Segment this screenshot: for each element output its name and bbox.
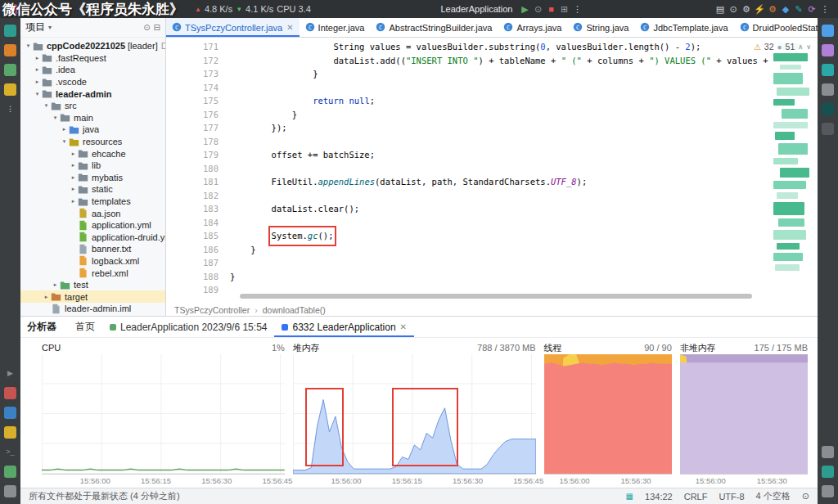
expand-arrow-icon[interactable]: ▸ — [33, 79, 42, 85]
profiler-tab[interactable]: 6332 LeaderApplication✕ — [274, 317, 414, 337]
tree-item[interactable]: banner.txt — [20, 243, 165, 255]
line-number[interactable]: 185 — [166, 229, 230, 243]
tree-item[interactable]: ▸test — [20, 279, 165, 291]
collapse-arrow-icon[interactable]: ▾ — [51, 115, 60, 121]
file-tab[interactable]: CAbstractStringBuilder.java — [370, 18, 498, 37]
tree-item[interactable]: application.yml — [20, 219, 165, 232]
minimap[interactable] — [772, 40, 816, 302]
close-tab-icon[interactable]: ✕ — [400, 322, 407, 331]
line-number[interactable]: 173 — [166, 67, 230, 81]
bookmarks-tool-icon[interactable] — [4, 83, 16, 96]
collapse-arrow-icon[interactable]: ▾ — [33, 91, 42, 97]
profiler-tool-icon[interactable] — [4, 407, 16, 419]
more-run-options-icon[interactable]: ⋮ — [571, 4, 584, 15]
editor-horizontal-scrollbar[interactable] — [240, 294, 752, 299]
tree-item[interactable]: ▸java — [20, 124, 165, 136]
coverage-icon[interactable]: ⊞ — [558, 4, 571, 15]
line-number[interactable]: 189 — [166, 283, 230, 297]
maven-icon[interactable] — [822, 64, 834, 76]
pull-requests-tool-icon[interactable] — [4, 64, 16, 76]
tree-item[interactable]: logback.xml — [20, 255, 165, 268]
tree-item[interactable]: application-druid.yml — [20, 232, 165, 244]
commit-tool-icon[interactable] — [4, 44, 16, 56]
tree-item[interactable]: ▸.vscode — [20, 76, 165, 88]
expand-arrow-icon[interactable]: ▸ — [60, 126, 69, 133]
project-structure-icon[interactable]: ▤ — [714, 4, 727, 15]
caret-position[interactable]: 134:22 — [645, 492, 673, 502]
threads-chart-plot[interactable] — [544, 354, 672, 475]
indent-setting[interactable]: 4 个空格 — [756, 490, 791, 502]
search-everywhere-icon[interactable]: ⊙ — [727, 4, 740, 15]
run-tool-icon[interactable]: ▶ — [4, 367, 16, 380]
line-number[interactable]: 181 — [166, 175, 230, 189]
memory-indicator-icon[interactable]: ▦ — [626, 492, 633, 501]
tree-item[interactable]: ▸templates — [20, 196, 165, 208]
editor[interactable]: ⚠ 32 ● 51 ∧ ∨ 171 String values = values… — [166, 38, 818, 304]
translation-icon[interactable] — [822, 466, 834, 478]
tree-item[interactable]: ▸static — [20, 183, 165, 196]
profiler-tab[interactable]: LeaderApplication 2023/9/6 15:54 — [102, 317, 274, 337]
tree-item[interactable]: ▸ehcache — [20, 147, 165, 160]
tree-item[interactable]: ▾cppCode20221025[leader]D:\code — [20, 40, 165, 52]
code-area[interactable]: 171 String values = valuesBuilder.substr… — [166, 38, 770, 304]
gradle-icon[interactable] — [822, 103, 834, 115]
terminal-tool-icon[interactable]: >_ — [4, 446, 16, 458]
services-tool-icon[interactable] — [4, 485, 16, 497]
line-ending[interactable]: CRLF — [684, 492, 708, 502]
line-number[interactable]: 178 — [166, 135, 230, 149]
debug-icon[interactable]: ⊙ — [532, 4, 545, 15]
line-number[interactable]: 176 — [166, 108, 230, 122]
database-icon[interactable] — [822, 83, 834, 96]
notifications-icon[interactable] — [822, 25, 834, 37]
dependencies-icon[interactable] — [822, 446, 834, 458]
tree-item[interactable]: ▾resources — [20, 136, 165, 148]
collapse-arrow-icon[interactable]: ▾ — [60, 138, 69, 145]
settings-icon[interactable]: ⚙ — [740, 4, 753, 15]
tree-item[interactable]: rebel.xml — [20, 267, 165, 279]
collapse-arrow-icon[interactable]: ▾ — [24, 43, 33, 49]
inspections-widget[interactable]: ⚠ 32 ● 51 ∧ ∨ — [750, 41, 814, 52]
file-tab[interactable]: CInteger.java — [300, 18, 371, 37]
line-number[interactable]: 182 — [166, 189, 230, 203]
tree-item[interactable]: ▸lib — [20, 160, 165, 172]
expand-arrow-icon[interactable]: ▸ — [51, 281, 60, 288]
tree-item[interactable]: ▸.fastRequest — [20, 52, 165, 65]
file-tab[interactable]: CJdbcTemplate.java — [634, 18, 733, 37]
prev-problem-icon[interactable]: ∧ — [798, 43, 803, 51]
profiler-tab[interactable]: 首页 — [68, 317, 102, 337]
expand-arrow-icon[interactable]: ▸ — [69, 151, 78, 157]
close-tab-icon[interactable]: ✕ — [286, 23, 293, 32]
tree-item[interactable]: ▸mybatis — [20, 172, 165, 184]
run-icon[interactable]: ▶ — [519, 4, 532, 15]
line-number[interactable]: 187 — [166, 256, 230, 270]
file-tab[interactable]: CTSysPczyController.java✕ — [166, 18, 300, 37]
more-tool-windows-icon[interactable]: ⋮ — [4, 103, 16, 115]
line-number[interactable]: 188 — [166, 270, 230, 284]
file-tab[interactable]: CDruidPooledStatement.java — [734, 18, 818, 37]
file-encoding[interactable]: UTF-8 — [719, 492, 744, 502]
tree-item[interactable]: aa.json — [20, 207, 165, 219]
lightning-icon[interactable]: ⚡ — [753, 4, 766, 15]
next-problem-icon[interactable]: ∨ — [806, 43, 811, 51]
tree-item[interactable]: ▾src — [20, 100, 165, 112]
line-number[interactable]: 172 — [166, 54, 230, 68]
problems-tool-icon[interactable] — [4, 426, 16, 439]
line-number[interactable]: 171 — [166, 40, 230, 54]
stop-icon[interactable]: ■ — [545, 4, 558, 14]
tree-item[interactable]: ▾leader-admin — [20, 88, 165, 100]
heap-chart-plot[interactable] — [293, 354, 536, 475]
tree-item[interactable]: ▾main — [20, 112, 165, 124]
git-tool-icon[interactable] — [4, 466, 16, 478]
line-number[interactable]: 183 — [166, 202, 230, 216]
chevron-down-icon[interactable]: ▾ — [48, 24, 52, 31]
collapse-all-icon[interactable]: ⊟ — [154, 23, 160, 32]
tree-item[interactable]: ▸target — [20, 290, 165, 303]
line-number[interactable]: 174 — [166, 81, 230, 95]
collapse-arrow-icon[interactable]: ▾ — [42, 102, 51, 109]
line-number[interactable]: 179 — [166, 148, 230, 162]
line-number[interactable]: 186 — [166, 243, 230, 257]
expand-arrow-icon[interactable]: ▸ — [69, 174, 78, 181]
cpu-chart-plot[interactable] — [42, 354, 285, 475]
breadcrumb-method[interactable]: downloadTable() — [263, 305, 326, 315]
more-icon[interactable]: ⋮ — [818, 4, 831, 15]
